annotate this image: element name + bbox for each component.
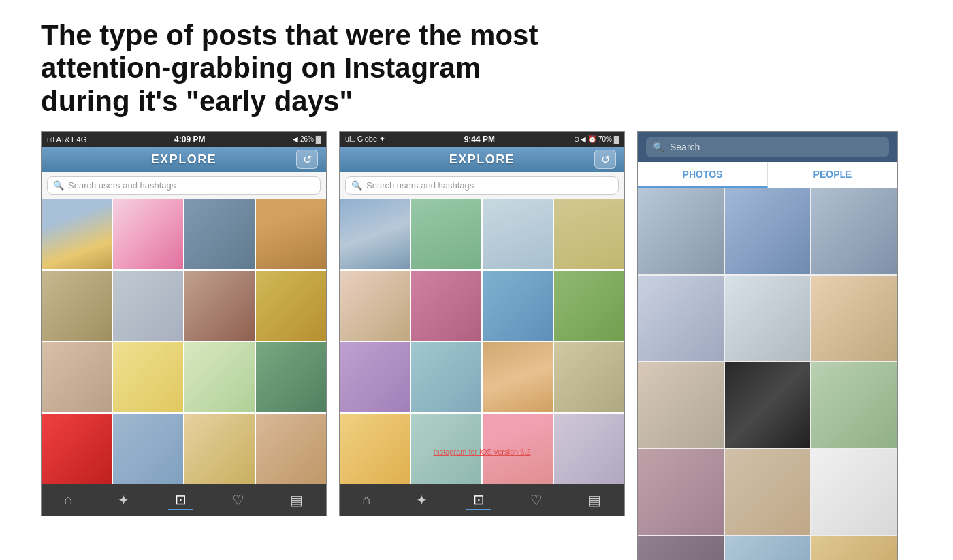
table-row[interactable] <box>554 271 624 341</box>
panel2-nav-profile[interactable]: ▤ <box>581 491 608 510</box>
panel1-search-icon: 🔍 <box>53 180 64 191</box>
table-row[interactable] <box>411 342 481 412</box>
table-row[interactable] <box>811 188 897 274</box>
panel2-nav-camera[interactable]: ⊡ <box>466 490 491 510</box>
table-row[interactable] <box>725 449 811 535</box>
panel2-search-placeholder: Search users and hashtags <box>366 180 474 191</box>
table-row[interactable] <box>811 536 897 560</box>
table-row[interactable] <box>411 414 481 484</box>
panel1-search-placeholder: Search users and hashtags <box>68 180 176 191</box>
panel2-nav-likes[interactable]: ♡ <box>523 491 549 510</box>
panel1-status-left: ull AT&T 4G <box>47 135 86 144</box>
table-row[interactable] <box>554 199 624 269</box>
table-row[interactable] <box>113 271 183 341</box>
panel2-search-icon: 🔍 <box>351 180 362 191</box>
page-title: The type of posts that were the most att… <box>0 0 613 131</box>
table-row[interactable] <box>340 271 410 341</box>
panel2-nav-explore[interactable]: ✦ <box>409 491 434 510</box>
panel1: ull AT&T 4G 4:09 PM ◀ 26% ▓ EXPLORE ↺ 🔍 … <box>41 131 327 516</box>
table-row[interactable] <box>113 342 183 412</box>
panel2-status-left: ul.. Globe ✦ <box>345 135 385 144</box>
table-row[interactable] <box>638 362 724 448</box>
table-row[interactable] <box>411 199 481 269</box>
table-row[interactable] <box>638 276 724 361</box>
table-row[interactable] <box>811 449 897 535</box>
panel1-status-center: 4:09 PM <box>174 135 205 144</box>
table-row[interactable] <box>811 362 897 448</box>
table-row[interactable] <box>256 414 326 484</box>
table-row[interactable] <box>184 271 255 341</box>
table-row[interactable] <box>638 449 724 535</box>
table-row[interactable] <box>42 342 112 412</box>
panel2-search-bar: 🔍 Search users and hashtags <box>340 172 624 199</box>
panel1-status-bar: ull AT&T 4G 4:09 PM ◀ 26% ▓ <box>42 132 326 147</box>
table-row[interactable] <box>638 188 724 274</box>
table-row[interactable] <box>411 271 481 341</box>
table-row[interactable] <box>725 276 811 361</box>
panel3: 🔍 Search PHOTOS PEOPLE <box>637 131 898 560</box>
panel1-nav-explore[interactable]: ✦ <box>111 491 136 510</box>
panel1-nav-camera[interactable]: ⊡ <box>168 490 193 510</box>
table-row[interactable] <box>113 414 183 484</box>
panel1-bottom-nav: ⌂ ✦ ⊡ ♡ ▤ <box>42 484 326 516</box>
table-row[interactable] <box>638 536 724 560</box>
table-row[interactable] <box>483 199 553 269</box>
screenshots-row: ull AT&T 4G 4:09 PM ◀ 26% ▓ EXPLORE ↺ 🔍 … <box>0 131 953 560</box>
panel2-photo-grid <box>340 199 624 484</box>
table-row[interactable] <box>256 271 326 341</box>
tab-photos[interactable]: PHOTOS <box>638 162 768 188</box>
table-row[interactable] <box>725 362 811 448</box>
table-row[interactable] <box>554 342 624 412</box>
table-row[interactable] <box>184 342 255 412</box>
panel1-search-input[interactable]: 🔍 Search users and hashtags <box>47 176 321 195</box>
table-row[interactable] <box>42 414 112 484</box>
table-row[interactable] <box>113 199 183 269</box>
table-row[interactable] <box>256 199 326 269</box>
table-row[interactable] <box>554 414 624 484</box>
panel3-tabs: PHOTOS PEOPLE <box>638 162 897 188</box>
panel1-nav-likes[interactable]: ♡ <box>225 491 251 510</box>
table-row[interactable] <box>340 199 410 269</box>
panel2-status-right: ⊙ ◀ ⏰ 70% ▓ <box>574 135 619 143</box>
panel2-explore-header: EXPLORE ↺ <box>340 147 624 172</box>
table-row[interactable] <box>340 342 410 412</box>
panel2-status-center: 9:44 PM <box>464 135 495 144</box>
panel1-refresh-button[interactable]: ↺ <box>296 150 318 169</box>
panel1-nav-home[interactable]: ⌂ <box>57 491 79 509</box>
panel3-search-input[interactable]: 🔍 Search <box>646 137 889 157</box>
panel1-search-bar: 🔍 Search users and hashtags <box>42 172 326 199</box>
panel3-search-bar: 🔍 Search <box>638 132 897 162</box>
table-row[interactable] <box>483 414 553 484</box>
panel3-photo-grid <box>638 188 897 560</box>
panel2-status-bar: ul.. Globe ✦ 9:44 PM ⊙ ◀ ⏰ 70% ▓ <box>340 132 624 147</box>
panel2-nav-home[interactable]: ⌂ <box>355 491 377 509</box>
table-row[interactable] <box>256 342 326 412</box>
panel2-explore-title: EXPLORE <box>449 152 515 167</box>
panel2-search-input[interactable]: 🔍 Search users and hashtags <box>345 176 619 195</box>
panel2-bottom-nav: ⌂ ✦ ⊡ ♡ ▤ <box>340 484 624 516</box>
table-row[interactable] <box>42 199 112 269</box>
panel3-search-icon: 🔍 <box>653 142 664 152</box>
table-row[interactable] <box>483 342 553 412</box>
table-row[interactable] <box>340 414 410 484</box>
table-row[interactable] <box>184 414 255 484</box>
table-row[interactable] <box>811 276 897 361</box>
table-row[interactable] <box>725 536 811 560</box>
panel2-refresh-button[interactable]: ↺ <box>594 150 616 169</box>
panel2: ul.. Globe ✦ 9:44 PM ⊙ ◀ ⏰ 70% ▓ EXPLORE… <box>339 131 625 516</box>
panel3-search-placeholder: Search <box>670 142 700 152</box>
panel1-status-right: ◀ 26% ▓ <box>293 135 321 143</box>
panel1-nav-profile[interactable]: ▤ <box>283 491 310 510</box>
panel1-photo-grid <box>42 199 326 484</box>
table-row[interactable] <box>184 199 255 269</box>
table-row[interactable] <box>483 271 553 341</box>
table-row[interactable] <box>42 271 112 341</box>
panel1-explore-header: EXPLORE ↺ <box>42 147 326 172</box>
tab-people[interactable]: PEOPLE <box>768 162 897 188</box>
table-row[interactable] <box>725 188 811 274</box>
panel1-explore-title: EXPLORE <box>151 152 217 167</box>
